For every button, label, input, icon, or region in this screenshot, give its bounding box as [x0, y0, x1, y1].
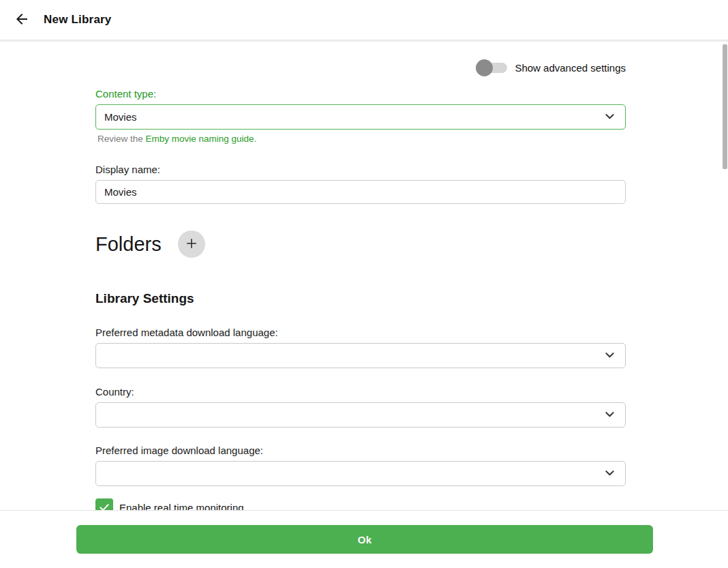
display-name-input[interactable]: [95, 180, 626, 204]
plus-icon: [185, 237, 198, 252]
chevron-down-icon: [603, 348, 616, 363]
arrow-left-icon: [14, 11, 30, 29]
content-type-helper: Review the Emby movie naming guide.: [97, 134, 626, 144]
footer: Ok: [0, 510, 728, 568]
form-content: Show advanced settings Content type: Mov…: [0, 44, 728, 510]
library-settings-heading: Library Settings: [95, 291, 626, 306]
country-group: Country:: [95, 386, 626, 428]
content-type-select[interactable]: Movies: [95, 104, 626, 130]
content-type-group: Content type: Movies Review the Emby mov…: [95, 88, 626, 144]
naming-guide-link[interactable]: Emby movie naming guide: [146, 134, 254, 144]
chevron-down-icon: [603, 466, 616, 481]
chevron-down-icon: [603, 408, 616, 423]
header: New Library: [0, 0, 728, 42]
back-button[interactable]: [8, 6, 35, 33]
scrollbar[interactable]: [722, 44, 728, 568]
folders-heading: Folders: [95, 233, 162, 256]
folders-section: Folders: [95, 230, 626, 258]
ok-button[interactable]: Ok: [76, 525, 653, 554]
realtime-monitoring-checkbox-row[interactable]: Enable real time monitoring: [95, 498, 626, 510]
advanced-settings-toggle-label: Show advanced settings: [515, 62, 626, 74]
metadata-language-label: Preferred metadata download language:: [95, 327, 626, 338]
display-name-group: Display name:: [95, 164, 626, 204]
add-folder-button[interactable]: [178, 230, 205, 258]
page-title: New Library: [44, 13, 112, 27]
helper-suffix: .: [254, 134, 257, 144]
checkbox-checked-icon[interactable]: [95, 498, 113, 510]
toggle-knob: [476, 59, 493, 76]
image-language-group: Preferred image download language:: [95, 445, 626, 486]
country-select[interactable]: [95, 402, 626, 428]
helper-prefix: Review the: [97, 134, 146, 144]
metadata-language-select[interactable]: [95, 343, 626, 368]
image-language-select[interactable]: [95, 461, 626, 486]
toggle-track: [477, 63, 507, 73]
image-language-label: Preferred image download language:: [95, 445, 626, 456]
toggle-row: Show advanced settings: [95, 62, 626, 74]
metadata-language-group: Preferred metadata download language:: [95, 327, 626, 368]
advanced-settings-toggle[interactable]: Show advanced settings: [477, 62, 626, 74]
country-label: Country:: [95, 386, 626, 398]
realtime-monitoring-label: Enable real time monitoring: [119, 502, 244, 511]
content-type-label: Content type:: [95, 88, 626, 100]
scrollbar-thumb[interactable]: [723, 44, 727, 169]
chevron-down-icon: [603, 110, 616, 125]
content-type-selected-value: Movies: [104, 111, 137, 123]
display-name-label: Display name:: [95, 164, 626, 175]
